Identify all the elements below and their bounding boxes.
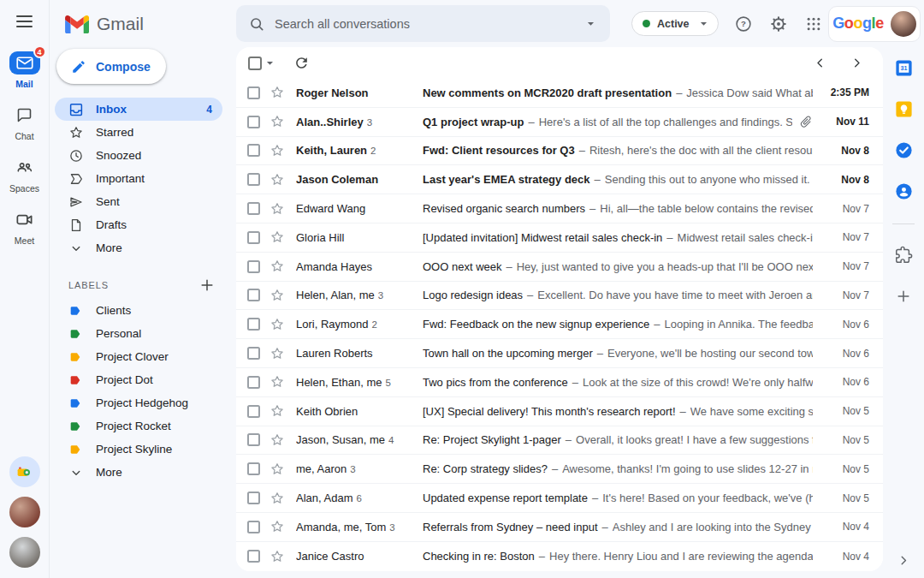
label-item-project-clover[interactable]: Project Clover [55, 345, 222, 368]
star-icon[interactable] [270, 346, 285, 361]
email-checkbox[interactable] [247, 462, 260, 475]
email-row[interactable]: Amanda, me, Tom3Referrals from Sydney – … [236, 513, 883, 542]
help-button[interactable]: ? [733, 14, 754, 34]
email-checkbox[interactable] [247, 550, 260, 563]
sidebar-item-snoozed[interactable]: Snoozed [55, 144, 222, 167]
star-icon[interactable] [270, 288, 285, 303]
email-checkbox[interactable] [247, 260, 260, 273]
account-card[interactable]: Google [828, 6, 921, 42]
search-options-caret-icon[interactable] [583, 16, 598, 31]
email-checkbox[interactable] [247, 347, 260, 360]
star-icon[interactable] [270, 201, 285, 217]
sidebar-item-important[interactable]: Important [55, 167, 222, 190]
email-checkbox[interactable] [247, 289, 260, 301]
tasks-icon[interactable] [893, 140, 914, 160]
star-icon[interactable] [270, 549, 285, 564]
email-row[interactable]: Janice CastroChecking in re: Boston–Hey … [236, 542, 883, 571]
star-icon[interactable] [270, 172, 285, 188]
email-row[interactable]: Keith, Lauren2Fwd: Client resources for … [236, 137, 883, 166]
sidebar-item-more[interactable]: More [55, 236, 222, 259]
email-row[interactable]: me, Aaron3Re: Corp strategy slides?–Awes… [236, 455, 883, 484]
sidebar-item-sent[interactable]: Sent [55, 190, 222, 213]
email-row[interactable]: Roger NelsonNew comments on MCR2020 draf… [236, 79, 883, 108]
sidebar-item-label: Starred [96, 126, 212, 139]
email-checkbox[interactable] [247, 433, 260, 446]
rail-item-meet[interactable]: Meet [9, 208, 40, 246]
email-checkbox[interactable] [247, 173, 260, 186]
compose-button[interactable]: Compose [56, 49, 166, 84]
email-row[interactable]: Edward WangRevised organic search number… [236, 194, 883, 223]
settings-button[interactable] [768, 14, 789, 34]
email-row[interactable]: Lori, Raymond2Fwd: Feedback on the new s… [236, 310, 883, 339]
camera-sticker[interactable] [9, 456, 40, 487]
search-bar[interactable]: Search all conversations [236, 5, 610, 42]
star-icon[interactable] [270, 143, 285, 158]
label-item-project-rocket[interactable]: Project Rocket [55, 414, 222, 438]
star-icon[interactable] [270, 403, 285, 419]
email-row[interactable]: Helen, Alan, me3Logo redesign ideas–Exce… [236, 282, 883, 311]
newer-page-button[interactable] [813, 56, 827, 70]
sidebar-item-starred[interactable]: Starred [55, 121, 222, 144]
label-item-project-dot[interactable]: Project Dot [55, 368, 222, 391]
star-icon[interactable] [270, 462, 285, 477]
star-icon[interactable] [270, 491, 285, 506]
select-options-caret-icon[interactable] [263, 56, 277, 70]
refresh-button[interactable] [293, 55, 310, 71]
sidebar-item-drafts[interactable]: Drafts [55, 213, 222, 236]
select-all-checkbox[interactable] [248, 57, 262, 70]
email-checkbox[interactable] [247, 202, 260, 215]
rail-item-mail[interactable]: 4Mail [9, 51, 40, 89]
rail-item-spaces[interactable]: Spaces [9, 156, 40, 194]
email-row[interactable]: Alan, Adam6Updated expense report templa… [236, 484, 883, 513]
contacts-icon[interactable] [893, 181, 914, 201]
rail-item-chat[interactable]: Chat [9, 104, 40, 141]
email-row[interactable]: Jason ColemanLast year's EMEA strategy d… [236, 165, 883, 194]
star-icon[interactable] [270, 114, 285, 129]
label-item-personal[interactable]: Personal [55, 322, 222, 345]
email-checkbox[interactable] [247, 521, 260, 533]
calendar-icon[interactable]: 31 [893, 57, 914, 78]
label-tag-icon [68, 442, 84, 457]
email-checkbox[interactable] [247, 492, 260, 504]
email-checkbox[interactable] [247, 231, 260, 244]
contact-avatar-2[interactable] [9, 537, 40, 568]
email-checkbox[interactable] [247, 86, 260, 99]
star-icon[interactable] [270, 229, 285, 245]
show-side-panel-button[interactable] [897, 553, 911, 568]
email-row[interactable]: Lauren RobertsTown hall on the upcoming … [236, 339, 883, 368]
labels-more[interactable]: More [55, 461, 222, 484]
email-row[interactable]: Alan..Shirley3Q1 project wrap-up–Here's … [236, 108, 883, 137]
email-row[interactable]: Amanda HayesOOO next week–Hey, just want… [236, 253, 883, 282]
main-menu-button[interactable] [16, 15, 33, 27]
star-icon[interactable] [270, 259, 285, 274]
star-icon[interactable] [270, 85, 285, 100]
important-icon [68, 171, 84, 187]
email-row[interactable]: Keith Obrien[UX] Special delivery! This … [236, 397, 883, 426]
label-item-project-hedgehog[interactable]: Project Hedgehog [55, 391, 222, 414]
email-checkbox[interactable] [247, 376, 260, 389]
email-checkbox[interactable] [247, 405, 260, 418]
add-icon[interactable] [893, 286, 914, 307]
star-icon[interactable] [270, 432, 285, 448]
sidebar-item-inbox[interactable]: Inbox4 [55, 98, 222, 121]
email-checkbox[interactable] [247, 318, 260, 331]
email-checkbox[interactable] [247, 116, 260, 128]
user-avatar[interactable] [891, 11, 916, 37]
search-input[interactable]: Search all conversations [275, 17, 410, 31]
label-item-project-skyline[interactable]: Project Skyline [55, 438, 222, 461]
contact-avatar-1[interactable] [9, 497, 40, 527]
email-row[interactable]: Jason, Susan, me4Re: Project Skylight 1-… [236, 426, 883, 456]
email-checkbox[interactable] [247, 144, 260, 157]
older-page-button[interactable] [850, 56, 864, 70]
email-row[interactable]: Gloria Hill[Updated invitation] Midwest … [236, 223, 883, 253]
create-label-button[interactable] [198, 277, 216, 294]
keep-icon[interactable] [893, 98, 914, 119]
label-item-clients[interactable]: Clients [55, 299, 222, 322]
star-icon[interactable] [270, 317, 285, 332]
email-row[interactable]: Helen, Ethan, me5Two pics from the confe… [236, 368, 883, 397]
extensions-icon[interactable] [893, 245, 914, 265]
apps-grid-button[interactable] [803, 14, 824, 34]
status-chip[interactable]: Active [631, 11, 719, 36]
star-icon[interactable] [270, 374, 285, 390]
star-icon[interactable] [270, 519, 285, 534]
